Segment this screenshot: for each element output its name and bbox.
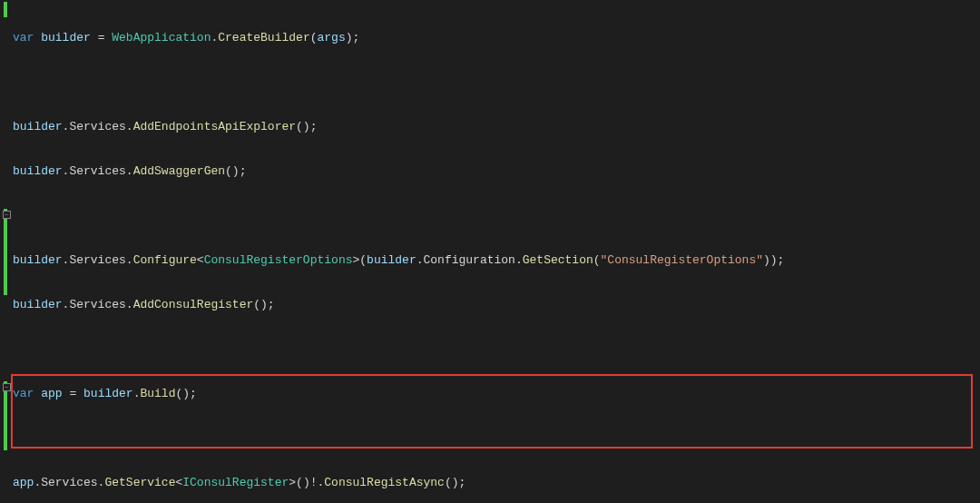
fold-toggle-icon[interactable]: − bbox=[3, 211, 11, 219]
code-line[interactable] bbox=[13, 74, 966, 91]
code-line[interactable] bbox=[13, 340, 966, 358]
code-editor[interactable]: − − var builder = WebApplication.CreateB… bbox=[0, 0, 980, 503]
code-line[interactable]: var builder = WebApplication.CreateBuild… bbox=[13, 29, 966, 46]
code-line[interactable]: builder.Services.AddSwaggerGen(); bbox=[13, 163, 966, 180]
code-area[interactable]: var builder = WebApplication.CreateBuild… bbox=[13, 2, 966, 503]
change-marker bbox=[4, 381, 7, 450]
code-line[interactable]: builder.Services.AddEndpointsApiExplorer… bbox=[13, 118, 966, 135]
code-line[interactable]: var app = builder.Build(); bbox=[13, 385, 966, 402]
change-marker bbox=[4, 209, 7, 295]
code-line[interactable] bbox=[13, 429, 966, 447]
editor-gutter: − − bbox=[0, 0, 13, 503]
code-line[interactable]: builder.Services.Configure<ConsulRegiste… bbox=[13, 252, 966, 269]
code-line[interactable] bbox=[13, 207, 966, 224]
change-marker bbox=[4, 2, 7, 17]
fold-toggle-icon[interactable]: − bbox=[3, 383, 11, 391]
code-line[interactable]: app.Services.GetService<IConsulRegister>… bbox=[13, 474, 966, 491]
code-line[interactable]: builder.Services.AddConsulRegister(); bbox=[13, 296, 966, 313]
